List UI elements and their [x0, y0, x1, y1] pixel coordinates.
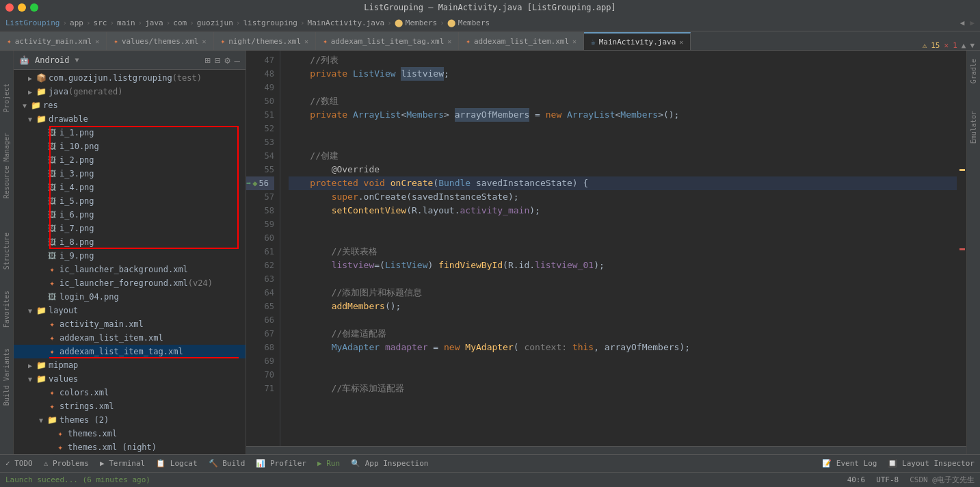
tab-close-icon[interactable]: ✕ [447, 38, 451, 45]
xml-icon: ✦ [114, 37, 118, 46]
breadcrumb-item[interactable]: com [173, 18, 187, 27]
terminal-tab[interactable]: ▶ Terminal [100, 459, 145, 468]
tab-close-icon[interactable]: ✕ [95, 38, 99, 45]
layout-inspector-tab[interactable]: 🔲 Layout Inspector [888, 459, 975, 468]
image-icon: 🖼 [47, 292, 57, 302]
tree-item-java-generated[interactable]: ▶ 📁 java (generated) [14, 85, 246, 98]
nav-back-icon[interactable]: ◀ [960, 18, 965, 27]
tree-label: themes.xml (night) [68, 443, 157, 452]
expand-all-icon[interactable]: ⊞ [204, 55, 210, 66]
tree-label: i_5.png [59, 196, 94, 206]
scroll-down-icon[interactable]: ▼ [970, 41, 975, 50]
tree-item-i2[interactable]: 🖼 i_2.png [14, 153, 246, 167]
tree-item-values[interactable]: ▼ 📁 values [14, 372, 246, 386]
window-title: ListGrouping – MainActivity.java [ListGr… [364, 3, 615, 12]
code-content[interactable]: //列表 private ListView listview; //数组 pri… [280, 51, 957, 446]
tree-item-ic-launcher-bg[interactable]: ✦ ic_launcher_background.xml [14, 263, 246, 276]
tree-item-activity-main[interactable]: ✦ activity_main.xml [14, 317, 246, 331]
panel-tab-project[interactable]: Project [1, 78, 12, 118]
tree-item-i9[interactable]: 🖼 i_9.png [14, 249, 246, 263]
tab-mainactivity-java[interactable]: ☕ MainActivity.java ✕ [584, 32, 691, 50]
breadcrumb-item[interactable]: Members [458, 18, 490, 27]
horizontal-scrollbar[interactable] [246, 446, 966, 454]
tree-item-i3[interactable]: 🖼 i_3.png [14, 167, 246, 181]
panel-tab-emulator[interactable]: Emulator [968, 105, 979, 149]
tree-item-i7[interactable]: 🖼 i_7.png [14, 222, 246, 235]
tab-addexam-xml[interactable]: ✦ addexam_list_item.xml ✕ [459, 32, 584, 50]
collapse-all-icon[interactable]: ⊟ [215, 55, 220, 66]
tree-item-colors[interactable]: ✦ colors.xml [14, 386, 246, 399]
breadcrumb-item[interactable]: ListGrouping [5, 18, 59, 27]
breadcrumb-item[interactable]: ⬤ [447, 18, 455, 27]
close-panel-icon[interactable]: — [235, 55, 240, 66]
breadcrumb-item[interactable]: app [70, 18, 83, 27]
close-button[interactable] [5, 3, 14, 12]
tree-item-i4[interactable]: 🖼 i_4.png [14, 181, 246, 194]
tree-item-login04[interactable]: 🖼 login_04.png [14, 290, 246, 304]
problems-tab[interactable]: ⚠ Problems [44, 459, 89, 468]
scroll-up-icon[interactable]: ▲ [962, 41, 966, 50]
breadcrumb-item[interactable]: guozijun [197, 18, 233, 27]
event-log-tab[interactable]: 📝 Event Log [822, 459, 877, 468]
dropdown-icon[interactable]: ▼ [75, 56, 79, 64]
code-line-71: //车标添加适配器 [289, 382, 957, 395]
build-tab[interactable]: 🔨 Build [209, 459, 246, 468]
profiler-tab[interactable]: 📊 Profiler [256, 459, 306, 468]
breadcrumb-item[interactable]: ⬤ [395, 18, 403, 27]
logcat-tab[interactable]: 📋 Logcat [156, 459, 197, 468]
panel-tab-gradle[interactable]: Gradle [968, 53, 979, 89]
tab-close-icon[interactable]: ✕ [304, 38, 308, 45]
tree-label: ic_launcher_background.xml [59, 265, 188, 274]
panel-tab-resource-manager[interactable]: Resource Manager [1, 127, 12, 204]
todo-tab[interactable]: ✓ TODO [5, 459, 33, 468]
breadcrumb-item[interactable]: Members [406, 18, 437, 27]
warning-marker [959, 169, 965, 171]
panel-header: 🤖 Android ▼ ⊞ ⊟ ⚙ — [14, 51, 246, 70]
tree-item-res[interactable]: ▼ 📁 res [14, 98, 246, 112]
tree-item-drawable[interactable]: ▼ 📁 drawable [14, 112, 246, 126]
tree-item-i1[interactable]: 🖼 i_1.png [14, 126, 246, 140]
tree-item-addexam-list[interactable]: ✦ addexam_list_item.xml [14, 331, 246, 345]
run-tab[interactable]: ▶ Run [317, 459, 340, 468]
breadcrumb-item[interactable]: listgrouping [243, 18, 297, 27]
tree-item-i6[interactable]: 🖼 i_6.png [14, 208, 246, 222]
settings-icon[interactable]: ⚙ [224, 55, 230, 66]
breadcrumb-item[interactable]: src [94, 18, 107, 27]
breadcrumb-item[interactable]: main [117, 18, 135, 27]
panel-tab-structure[interactable]: Structure [1, 227, 12, 275]
code-line-67: //创建适配器 [289, 327, 957, 341]
tree-item-themes-xml[interactable]: ✦ themes.xml [14, 427, 246, 440]
tab-values-themes-xml[interactable]: ✦ values/themes.xml ✕ [107, 32, 213, 50]
tree-label: strings.xml [59, 402, 114, 411]
code-line-52 [289, 122, 957, 135]
tree-item-themes-night[interactable]: ✦ themes.xml (night) [14, 440, 246, 454]
maximize-button[interactable] [30, 3, 38, 12]
tab-close-icon[interactable]: ✕ [572, 38, 577, 45]
xml-icon: ✦ [323, 37, 328, 46]
tab-close-icon[interactable]: ✕ [679, 38, 683, 46]
tree-item-i10[interactable]: 🖼 i_10.png [14, 140, 246, 153]
minimize-button[interactable] [18, 3, 26, 12]
nav-forward-icon[interactable]: ▶ [970, 18, 975, 27]
tree-item-i8[interactable]: 🖼 i_8.png [14, 235, 246, 249]
tree-item-i5[interactable]: 🖼 i_5.png [14, 194, 246, 208]
breadcrumb-item[interactable]: java [145, 18, 163, 27]
app-inspection-tab[interactable]: 🔍 App Inspection [351, 459, 428, 468]
window-controls[interactable] [5, 3, 38, 12]
tree-item-strings[interactable]: ✦ strings.xml [14, 399, 246, 413]
image-icon: 🖼 [47, 196, 57, 206]
tab-night-themes-xml[interactable]: ✦ night/themes.xml ✕ [214, 32, 317, 50]
tree-arrow: ▶ [25, 75, 36, 82]
tab-close-icon[interactable]: ✕ [202, 38, 206, 45]
panel-tab-build-variants[interactable]: Build Variants [1, 343, 12, 411]
tree-item-addexam-tag[interactable]: ✦ addexam_list_item_tag.xml [14, 345, 246, 358]
panel-tab-favorites[interactable]: Favorites [1, 285, 12, 333]
tab-addexam-tag-xml[interactable]: ✦ addexam_list_item_tag.xml ✕ [316, 32, 459, 50]
tree-item-themes-folder[interactable]: ▼ 📁 themes (2) [14, 413, 246, 427]
breadcrumb-item[interactable]: MainActivity.java [308, 18, 385, 27]
tree-item-ic-launcher-fg[interactable]: ✦ ic_launcher_foreground.xml (v24) [14, 276, 246, 290]
tree-item-layout[interactable]: ▼ 📁 layout [14, 304, 246, 317]
tree-item-testpackage[interactable]: ▶ 📦 com.guozijun.listgrouping (test) [14, 71, 246, 85]
tab-activity-main-xml[interactable]: ✦ activity_main.xml ✕ [0, 32, 107, 50]
tree-item-mipmap[interactable]: ▶ 📁 mipmap [14, 358, 246, 372]
